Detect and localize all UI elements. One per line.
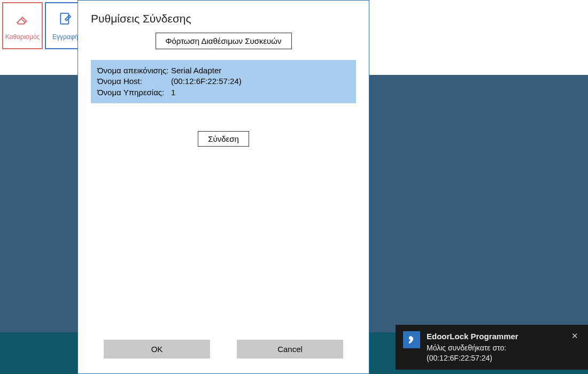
- service-name-label: Όνομα Υπηρεσίας:: [97, 87, 171, 98]
- clear-button[interactable]: Καθαρισμός: [2, 2, 43, 49]
- display-name-label: Όνομα απεικόνισης:: [97, 65, 171, 76]
- display-name-value: Serial Adapter: [171, 65, 221, 76]
- toast-line2: (00:12:6F:22:57:24): [427, 353, 563, 363]
- close-icon: ✕: [571, 331, 578, 340]
- service-name-value: 1: [171, 87, 175, 98]
- toast-close-button[interactable]: ✕: [569, 331, 581, 341]
- dialog-title: Ρυθμίσεις Σύνδεσης: [78, 1, 369, 33]
- toast-title: EdoorLock Programmer: [427, 331, 563, 342]
- svg-rect-0: [60, 13, 68, 24]
- host-name-value: (00:12:6F:22:57:24): [171, 76, 242, 87]
- notification-toast: EdoorLock Programmer Μόλις συνδεθήκατε σ…: [396, 325, 588, 370]
- record-label: Εγγραφή: [52, 33, 78, 41]
- eraser-icon: [14, 11, 30, 29]
- ok-button[interactable]: OK: [104, 340, 210, 358]
- cancel-button[interactable]: Cancel: [237, 340, 343, 358]
- pencil-page-icon: [57, 11, 73, 29]
- connect-button[interactable]: Σύνδεση: [198, 131, 249, 147]
- connection-settings-dialog: Ρυθμίσεις Σύνδεσης Φόρτωση Διαθέσιμων Συ…: [78, 0, 369, 374]
- load-devices-button[interactable]: Φόρτωση Διαθέσιμων Συσκευών: [156, 33, 292, 49]
- key-icon: [403, 331, 420, 348]
- device-list-item[interactable]: Όνομα απεικόνισης: Serial Adapter Όνομα …: [91, 60, 356, 103]
- host-name-label: Όνομα Host:: [97, 76, 171, 87]
- toast-line1: Μόλις συνδεθήκατε στο:: [427, 343, 563, 353]
- clear-label: Καθαρισμός: [5, 33, 40, 41]
